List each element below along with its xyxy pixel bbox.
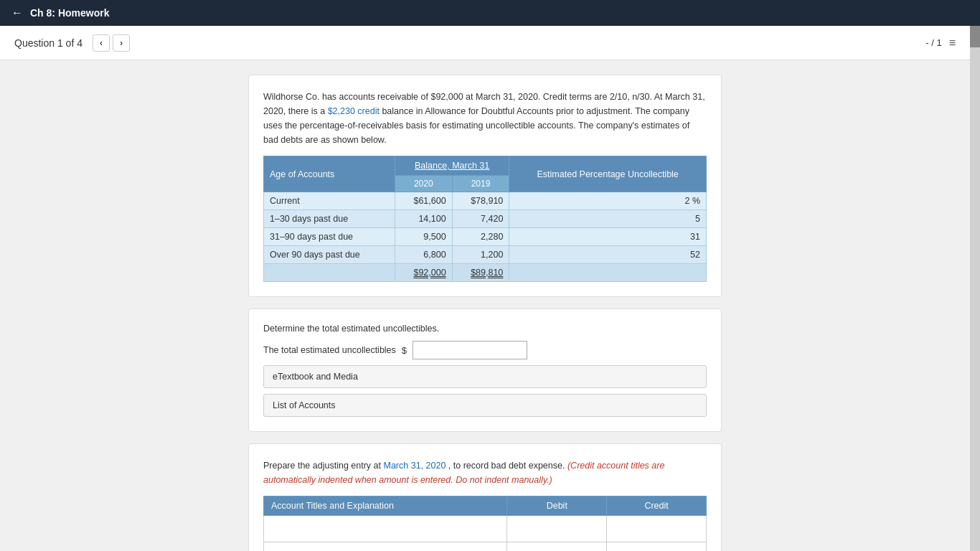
entry-header-debit: Debit [507, 496, 607, 516]
table-cell-2019: 1,200 [452, 246, 509, 264]
table-header-balance: Balance, March 31 [395, 156, 509, 176]
table-header-2019: 2019 [452, 176, 509, 192]
problem-text-highlight1: $2,230 credit [328, 106, 380, 116]
problem-card: Wildhorse Co. has accounts receivable of… [248, 75, 722, 297]
table-cell-2020: 14,100 [395, 210, 452, 228]
section2-instruction: Prepare the adjusting entry at March 31,… [263, 458, 707, 487]
table-cell-2020: $61,600 [395, 192, 452, 210]
entry-header-account: Account Titles and Explanation [264, 496, 507, 516]
table-header-2020: 2020 [395, 176, 452, 192]
etextbook-button-1[interactable]: eTextbook and Media [263, 365, 707, 388]
prev-question-button[interactable]: ‹ [93, 34, 110, 52]
entry-row [264, 516, 707, 542]
scrollbar-track [970, 0, 980, 551]
table-cell-2019: 7,420 [452, 210, 509, 228]
entry-debit-cell [507, 542, 607, 552]
entry-debit-input-1[interactable] [510, 545, 603, 551]
instruction-part1: Prepare the adjusting entry at [263, 461, 381, 471]
table-row: Current $61,600 $78,910 2 % [264, 192, 707, 210]
scrollbar-thumb[interactable] [970, 26, 980, 47]
entry-debit-cell [507, 516, 607, 542]
entry-credit-cell [607, 516, 707, 542]
back-button[interactable]: ← [11, 6, 23, 19]
entry-credit-input-0[interactable] [610, 519, 703, 539]
list-icon[interactable]: ≡ [949, 37, 956, 50]
entry-account-cell [264, 542, 507, 552]
table-cell-age: 1–30 days past due [264, 210, 395, 228]
question-header: Question 1 of 4 ‹ › - / 1 ≡ [0, 26, 970, 60]
table-cell-pct: 5 [509, 210, 707, 228]
entry-account-cell [264, 516, 507, 542]
table-cell-age: Current [264, 192, 395, 210]
section1-card: Determine the total estimated uncollecti… [248, 309, 722, 432]
table-cell-2020: 6,800 [395, 246, 452, 264]
table-cell-2019: 2,280 [452, 228, 509, 246]
table-cell-pct: 52 [509, 246, 707, 264]
entry-table: Account Titles and Explanation Debit Cre… [263, 496, 707, 551]
question-label: Question 1 of 4 [14, 37, 83, 49]
table-total-2019: $89,810 [452, 264, 509, 282]
dollar-sign: $ [402, 345, 407, 356]
input-row: The total estimated uncollectibles $ [263, 341, 707, 359]
instruction-blue: March 31, 2020 [383, 461, 446, 471]
table-total-2020: $92,000 [395, 264, 452, 282]
section2-card: Prepare the adjusting entry at March 31,… [248, 443, 722, 551]
table-header-estimated: Estimated Percentage Uncollectible [509, 156, 707, 192]
aging-table: Age of Accounts Balance, March 31 Estima… [263, 156, 707, 282]
list-accounts-button-1[interactable]: List of Accounts [263, 394, 707, 417]
table-row: 31–90 days past due 9,500 2,280 31 [264, 228, 707, 246]
uncollectibles-input[interactable] [413, 341, 527, 359]
problem-text: Wildhorse Co. has accounts receivable of… [263, 90, 707, 147]
table-total-label [264, 264, 395, 282]
table-cell-2019: $78,910 [452, 192, 509, 210]
table-header-age: Age of Accounts [264, 156, 395, 192]
table-cell-pct: 2 % [509, 192, 707, 210]
entry-row [264, 542, 707, 552]
main-content: Wildhorse Co. has accounts receivable of… [0, 60, 970, 551]
nav-title: Ch 8: Homework [30, 7, 109, 19]
entry-credit-input-1[interactable] [610, 545, 703, 551]
entry-account-input-0[interactable] [267, 519, 504, 539]
entry-account-input-1[interactable] [267, 545, 504, 551]
table-total-pct [509, 264, 707, 282]
table-cell-age: 31–90 days past due [264, 228, 395, 246]
page-indicator: - / 1 [925, 37, 941, 48]
section1-instruction: Determine the total estimated uncollecti… [263, 324, 707, 334]
next-question-button[interactable]: › [113, 34, 130, 52]
table-cell-age: Over 90 days past due [264, 246, 395, 264]
table-cell-2020: 9,500 [395, 228, 452, 246]
entry-debit-input-0[interactable] [510, 519, 603, 539]
input-label: The total estimated uncollectibles [263, 345, 396, 355]
table-cell-pct: 31 [509, 228, 707, 246]
table-row: 1–30 days past due 14,100 7,420 5 [264, 210, 707, 228]
entry-credit-cell [607, 542, 707, 552]
instruction-part2: , to record bad debt expense. [448, 461, 565, 471]
table-row: Over 90 days past due 6,800 1,200 52 [264, 246, 707, 264]
top-nav: ← Ch 8: Homework [0, 0, 980, 26]
entry-header-credit: Credit [607, 496, 707, 516]
